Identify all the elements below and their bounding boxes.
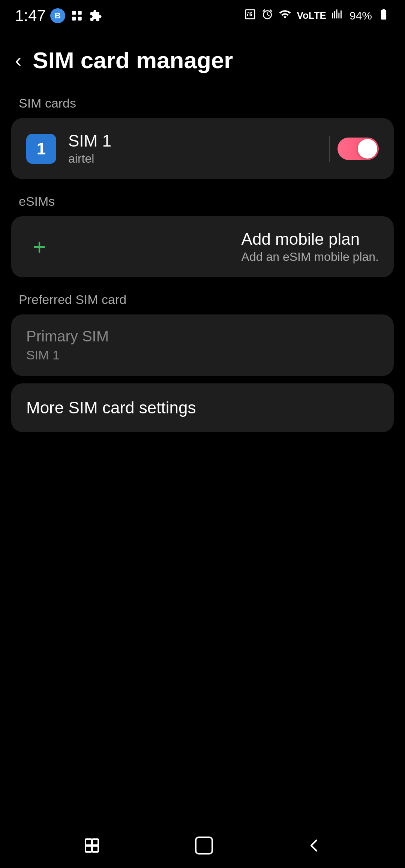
- bluetooth-icon: B: [50, 8, 65, 23]
- esims-label: eSIMs: [11, 187, 394, 215]
- more-settings-card[interactable]: More SIM card settings: [11, 383, 394, 432]
- primary-sim-card[interactable]: Primary SIM SIM 1: [11, 314, 394, 376]
- wifi-icon: [279, 8, 291, 23]
- back-button[interactable]: ‹: [15, 51, 21, 70]
- volte-icon: VoLTE: [297, 10, 326, 21]
- battery-icon: [377, 8, 390, 23]
- esim-text: Add mobile plan Add an eSIM mobile plan.: [242, 230, 379, 264]
- sim1-toggle[interactable]: [338, 138, 379, 160]
- status-bar: 1:47 B: [0, 0, 405, 28]
- status-right: VoLTE 94%: [244, 8, 390, 23]
- svg-rect-0: [72, 11, 76, 15]
- sim1-card[interactable]: 1 SIM 1 airtel: [11, 118, 394, 179]
- media-icon: [70, 9, 84, 23]
- sim1-toggle-knob: [358, 139, 377, 159]
- signal-icon: [332, 8, 344, 23]
- add-esim-icon: +: [26, 234, 52, 260]
- sim1-info: SIM 1 airtel: [68, 132, 111, 166]
- svg-rect-4: [86, 839, 92, 845]
- sim1-row: 1 SIM 1 airtel: [26, 132, 379, 166]
- battery-percent: 94%: [350, 9, 372, 22]
- bottom-nav: [0, 823, 405, 868]
- svg-rect-7: [92, 846, 98, 852]
- esim-title: Add mobile plan: [242, 230, 379, 248]
- preferred-sim-label: Preferred SIM card: [11, 285, 394, 313]
- svg-rect-2: [72, 16, 76, 20]
- sim1-badge: 1: [26, 134, 56, 164]
- alarm-icon: [261, 8, 273, 23]
- divider: [329, 136, 330, 162]
- nfc-icon: [244, 8, 256, 23]
- status-left: 1:47 B: [15, 7, 103, 25]
- svg-rect-6: [92, 839, 98, 845]
- header: ‹ SIM card manager: [0, 28, 405, 88]
- sim1-carrier: airtel: [68, 152, 111, 166]
- sim-cards-label: SIM cards: [11, 88, 394, 117]
- esim-subtitle: Add an eSIM mobile plan.: [242, 250, 379, 264]
- home-button[interactable]: [179, 828, 229, 863]
- add-esim-card[interactable]: + Add mobile plan Add an eSIM mobile pla…: [11, 216, 394, 277]
- primary-sim-value: SIM 1: [26, 348, 379, 362]
- svg-rect-3: [78, 16, 82, 20]
- sim1-left: 1 SIM 1 airtel: [26, 132, 111, 166]
- puzzle-icon: [88, 9, 103, 23]
- sim1-toggle-container: [326, 136, 379, 162]
- back-nav-button[interactable]: [290, 830, 337, 861]
- recent-apps-button[interactable]: [68, 829, 118, 862]
- status-time: 1:47: [15, 7, 46, 25]
- page-title: SIM card manager: [33, 47, 233, 73]
- more-settings-title: More SIM card settings: [26, 398, 379, 417]
- svg-rect-5: [86, 846, 92, 852]
- content: SIM cards 1 SIM 1 airtel eSIMs + Add mob…: [0, 88, 405, 432]
- sim1-name: SIM 1: [68, 132, 111, 150]
- svg-rect-8: [196, 837, 212, 854]
- svg-rect-1: [78, 11, 82, 15]
- primary-sim-title: Primary SIM: [26, 328, 379, 345]
